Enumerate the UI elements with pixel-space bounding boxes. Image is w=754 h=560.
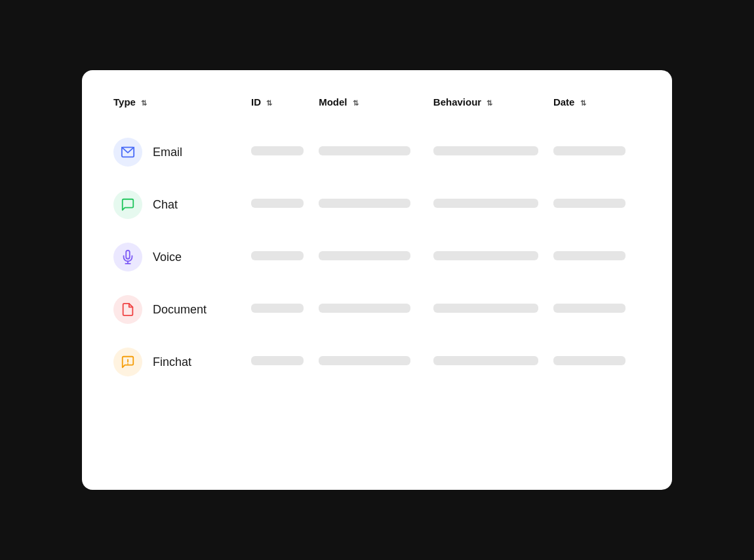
type-label-4: Finchat — [153, 355, 191, 369]
skeleton-model-3 — [319, 304, 410, 313]
skeleton-behaviour-0 — [433, 146, 538, 155]
cell-behaviour-1 — [433, 178, 553, 231]
col-label-date: Date — [553, 96, 575, 108]
col-header-behaviour[interactable]: Behaviour ⇅ — [433, 96, 553, 126]
cell-date-2 — [553, 231, 641, 283]
finchat-icon — [113, 348, 142, 376]
skeleton-id-4 — [251, 356, 304, 365]
cell-id-2 — [251, 231, 319, 283]
sort-icon-type[interactable]: ⇅ — [141, 99, 147, 108]
email-icon — [113, 138, 142, 167]
cell-id-3 — [251, 283, 319, 336]
cell-type-0: Email — [113, 126, 251, 178]
col-header-type[interactable]: Type ⇅ — [113, 96, 251, 126]
sort-icon-model[interactable]: ⇅ — [353, 99, 359, 108]
cell-type-4: Finchat — [113, 336, 251, 388]
table-row[interactable]: Email — [113, 126, 641, 178]
cell-type-3: Document — [113, 283, 251, 336]
cell-date-0 — [553, 126, 641, 178]
col-header-model[interactable]: Model ⇅ — [319, 96, 433, 126]
cell-model-0 — [319, 126, 433, 178]
table-row[interactable]: Chat — [113, 178, 641, 231]
type-label-0: Email — [153, 146, 182, 159]
skeleton-behaviour-4 — [433, 356, 538, 365]
cell-id-4 — [251, 336, 319, 388]
col-header-date[interactable]: Date ⇅ — [553, 96, 641, 126]
col-label-id: ID — [251, 96, 261, 108]
cell-id-1 — [251, 178, 319, 231]
sort-icon-behaviour[interactable]: ⇅ — [486, 99, 492, 108]
cell-model-4 — [319, 336, 433, 388]
document-icon — [113, 295, 142, 324]
skeleton-model-0 — [319, 146, 410, 155]
skeleton-model-4 — [319, 356, 410, 365]
skeleton-behaviour-2 — [433, 251, 538, 260]
cell-type-2: Voice — [113, 231, 251, 283]
skeleton-behaviour-3 — [433, 304, 538, 313]
skeleton-date-3 — [553, 304, 625, 313]
type-label-2: Voice — [153, 250, 182, 264]
main-card: Type ⇅ ID ⇅ Model ⇅ Behaviour ⇅ Date ⇅ — [82, 70, 672, 490]
cell-date-1 — [553, 178, 641, 231]
skeleton-date-1 — [553, 199, 625, 208]
skeleton-id-3 — [251, 304, 304, 313]
cell-behaviour-2 — [433, 231, 553, 283]
cell-behaviour-3 — [433, 283, 553, 336]
col-label-type: Type — [113, 96, 136, 108]
cell-behaviour-0 — [433, 126, 553, 178]
cell-model-2 — [319, 231, 433, 283]
skeleton-id-1 — [251, 199, 304, 208]
skeleton-behaviour-1 — [433, 199, 538, 208]
data-table: Type ⇅ ID ⇅ Model ⇅ Behaviour ⇅ Date ⇅ — [113, 96, 641, 388]
type-label-1: Chat — [153, 198, 178, 212]
skeleton-model-1 — [319, 199, 410, 208]
cell-behaviour-4 — [433, 336, 553, 388]
skeleton-model-2 — [319, 251, 410, 260]
col-label-model: Model — [319, 96, 347, 108]
cell-type-1: Chat — [113, 178, 251, 231]
type-label-3: Document — [153, 303, 207, 317]
table-row[interactable]: Finchat — [113, 336, 641, 388]
sort-icon-date[interactable]: ⇅ — [580, 99, 586, 108]
table-row[interactable]: Voice — [113, 231, 641, 283]
skeleton-date-2 — [553, 251, 625, 260]
cell-model-3 — [319, 283, 433, 336]
chat-icon — [113, 190, 142, 219]
voice-icon — [113, 243, 142, 271]
skeleton-id-0 — [251, 146, 304, 155]
cell-id-0 — [251, 126, 319, 178]
skeleton-date-0 — [553, 146, 625, 155]
skeleton-id-2 — [251, 251, 304, 260]
table-row[interactable]: Document — [113, 283, 641, 336]
cell-date-4 — [553, 336, 641, 388]
col-header-id[interactable]: ID ⇅ — [251, 96, 319, 126]
cell-date-3 — [553, 283, 641, 336]
sort-icon-id[interactable]: ⇅ — [266, 99, 272, 108]
col-label-behaviour: Behaviour — [433, 96, 481, 108]
cell-model-1 — [319, 178, 433, 231]
skeleton-date-4 — [553, 356, 625, 365]
